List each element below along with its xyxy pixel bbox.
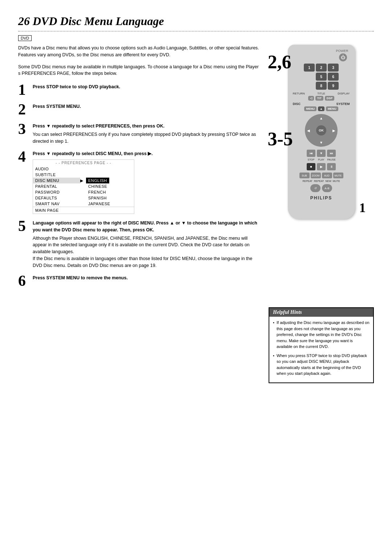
pref-option-french: FRENCH xyxy=(86,189,108,195)
return-btn[interactable]: ◁ xyxy=(308,96,314,101)
btn-2[interactable]: 2 xyxy=(316,64,327,72)
display-btn[interactable]: DSP xyxy=(325,96,334,101)
stop-btn[interactable]: ■ xyxy=(307,163,315,170)
step-3: 3 Press ▼ repeatedly to select PREFERENC… xyxy=(18,121,261,145)
pref-row-defaults: DEFAULTS SPANISH xyxy=(33,195,134,201)
main-instructions: DVDs have a Disc menu that allows you to… xyxy=(18,45,261,293)
intro-paragraph-1: DVDs have a Disc menu that allows you to… xyxy=(18,45,261,58)
hints-list: If adjusting the Disc menu language as d… xyxy=(273,320,369,377)
btn-5[interactable]: 5 xyxy=(316,73,327,81)
playback-row: ⏮ ▼ ⏭ xyxy=(307,150,336,157)
step-6-text: Press SYSTEM MENU to remove the menus. xyxy=(33,275,261,281)
mute2-label: MUTE xyxy=(333,180,340,182)
btn-empty-2 xyxy=(304,82,315,90)
pref-disc-menu-arrow: ▶ xyxy=(80,178,86,183)
pref-row-smart-nav: SMART NAV JAPANESE xyxy=(33,201,134,207)
zoom-btn[interactable]: ZOOM xyxy=(311,173,321,178)
prev-btn[interactable]: ⏮ xyxy=(307,150,315,157)
step-1: 1 Press STOP twice to stop DVD playback. xyxy=(18,82,261,97)
title-label: TITLE xyxy=(317,92,325,95)
step-number-6: 6 xyxy=(18,273,29,288)
stop-play-pause-labels: STOP PLAY PAUSE xyxy=(291,158,351,161)
nw-label: NEW xyxy=(325,180,331,182)
btn-1[interactable]: 1 xyxy=(304,64,315,72)
return-title-display-labels: RETURN TITLE DISPLAY xyxy=(291,92,351,95)
ab-btn[interactable]: A-B xyxy=(322,184,332,192)
intro-paragraph-2: Some DVD Disc menus may be available in … xyxy=(18,64,261,77)
step-number-5: 5 xyxy=(18,218,29,234)
nav-arrow-up[interactable]: ▲ xyxy=(319,116,323,120)
pref-parental: PARENTAL xyxy=(33,183,80,189)
page-title: 26 DVD Disc Menu Language xyxy=(18,15,374,28)
system-label: SYSTEM xyxy=(336,102,350,106)
btn-3[interactable]: 3 xyxy=(328,64,339,72)
nav-up-btn[interactable]: ▲ xyxy=(318,106,324,111)
return-title-display-row: ◁ TIT DSP xyxy=(308,96,334,101)
stop-play-pause-row: ■ ▶ ⏸ xyxy=(307,163,336,170)
next-btn[interactable]: ⏭ xyxy=(327,150,336,157)
menu-buttons-row: MENU ▲ MENU xyxy=(304,106,338,111)
step-badge-35: 3-5 xyxy=(268,128,293,150)
pref-disc-menu: DISC MENU xyxy=(33,178,80,183)
pref-option-spanish: SPANISH xyxy=(86,195,109,201)
power-label: POWER xyxy=(336,49,348,53)
hints-content: If adjusting the Disc menu language as d… xyxy=(269,317,373,382)
nav-ring: ▲ ▼ ◀ ▶ OK xyxy=(305,114,338,147)
system-menu-btn[interactable]: MENU xyxy=(326,106,338,111)
repeat1-btn[interactable]: ↺ xyxy=(310,184,320,192)
step-number-4: 4 xyxy=(18,149,29,164)
step-number-2: 2 xyxy=(18,102,29,117)
navigation-circle: ▲ ▼ ◀ ▶ OK xyxy=(305,114,338,147)
step-5: 5 Language options will appear to the ri… xyxy=(18,218,261,269)
btn-empty-1 xyxy=(304,73,315,81)
step-badge-26: 2,6 xyxy=(268,51,291,73)
step-5-extra: Although the Player shows ENGLISH, CHINE… xyxy=(33,235,261,269)
disc-menu-btn[interactable]: MENU xyxy=(304,106,317,111)
step-2: 2 Press SYSTEM MENU. xyxy=(18,102,261,117)
hint-item-1: If adjusting the Disc menu language as d… xyxy=(273,320,369,350)
right-column: 2,6 3-5 1 POWER 1 2 3 5 6 8 9 RETURN xyxy=(269,45,374,293)
nav-arrow-left[interactable]: ◀ xyxy=(307,129,310,133)
return-label: RETURN xyxy=(293,92,305,95)
step-3-text: Press ▼ repeatedly to select PREFERENCES… xyxy=(33,123,261,130)
pref-row-disc-menu: DISC MENU ▶ ENGLISH xyxy=(33,178,134,183)
pref-smart-nav: SMART NAV xyxy=(33,201,80,207)
ok-button[interactable]: OK xyxy=(316,125,326,135)
disc-system-labels: DISC SYSTEM xyxy=(291,102,351,106)
nav-arrow-right[interactable]: ▶ xyxy=(332,129,335,133)
pref-subtitle: SUBTITLE xyxy=(33,172,80,178)
pause-btn[interactable]: ⏸ xyxy=(327,163,336,170)
step-1-text: Press STOP twice to stop DVD playback. xyxy=(33,84,261,90)
title-btn[interactable]: TIT xyxy=(315,96,323,101)
bottom-area: Helpful Hints If adjusting the Disc menu… xyxy=(18,296,374,383)
step-badge-1: 1 xyxy=(359,200,366,215)
disc-label: DISC xyxy=(293,102,301,106)
audio-btn[interactable]: AUD xyxy=(322,173,332,178)
btn-9[interactable]: 9 xyxy=(328,82,339,90)
pref-row-password: PASSWORD FRENCH xyxy=(33,189,134,195)
play-label: PLAY xyxy=(317,158,326,161)
step-number-3: 3 xyxy=(18,121,29,137)
step-number-1: 1 xyxy=(18,82,29,97)
subtitle-btn[interactable]: SUB xyxy=(299,173,310,178)
stop-label: STOP xyxy=(307,158,315,161)
nav-arrow-down[interactable]: ▼ xyxy=(319,141,323,145)
step-5-bold: Language options will appear to the righ… xyxy=(33,220,261,234)
pref-row-subtitle: SUBTITLE xyxy=(33,172,134,178)
btn-6[interactable]: 6 xyxy=(328,73,339,81)
play-btn[interactable]: ▶ xyxy=(317,163,326,170)
preferences-table: - - PREFERENCES PAGE - - AUDIO SUBTITLE … xyxy=(33,159,134,214)
nav-down2-btn[interactable]: ▼ xyxy=(317,150,326,157)
power-button[interactable] xyxy=(339,53,347,61)
section-divider xyxy=(18,31,374,32)
philips-logo: PHILIPS xyxy=(310,195,332,200)
hint-item-2: When you press STOP twice to stop DVD pl… xyxy=(273,353,369,377)
helpful-hints-box: Helpful Hints If adjusting the Disc menu… xyxy=(269,307,374,383)
btn-8[interactable]: 8 xyxy=(316,82,327,90)
mute-btn[interactable]: MUTE xyxy=(333,173,343,178)
pref-defaults: DEFAULTS xyxy=(33,195,80,201)
step-3-extra: You can select PREFERENCES only if you h… xyxy=(33,131,261,145)
pref-footer: MAIN PAGE xyxy=(33,207,134,214)
pref-option-english: ENGLISH xyxy=(86,178,109,183)
pause-label: PAUSE xyxy=(327,158,336,161)
